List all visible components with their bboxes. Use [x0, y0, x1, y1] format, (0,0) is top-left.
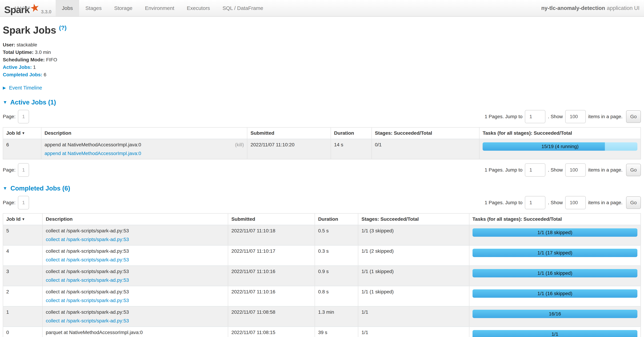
header-job-id[interactable]: Job Id▼	[3, 127, 41, 139]
job-description-link[interactable]: collect at /spark-scripts/spark-ad.py:53	[46, 318, 129, 324]
spark-version: 3.3.0	[41, 9, 52, 14]
jump-to-input[interactable]	[525, 110, 546, 123]
jump-to-input[interactable]	[525, 163, 546, 177]
help-tooltip-link[interactable]: (?)	[59, 24, 66, 31]
job-id: 6	[3, 139, 41, 159]
job-submitted: 2022/11/07 11:08:15	[228, 327, 315, 337]
summary-active-jobs: Active Jobs: 1	[3, 63, 641, 71]
job-id: 5	[3, 225, 42, 245]
job-description-link[interactable]: collect at /spark-scripts/spark-ad.py:53	[46, 298, 129, 303]
top-navbar: APACHE Spark ★ 3.3.0 Jobs Stages Storage…	[0, 0, 644, 17]
header-description[interactable]: Description	[42, 213, 228, 225]
tasks-progress-bar: 16/16	[472, 310, 638, 318]
completed-jobs-link[interactable]: Completed Jobs:	[3, 72, 42, 77]
job-stages: 1/1 (2 skipped)	[358, 245, 469, 266]
job-id: 1	[3, 307, 42, 327]
table-row: 3 collect at /spark-scripts/spark-ad.py:…	[3, 266, 641, 286]
page-label: Page:	[3, 167, 16, 173]
job-submitted: 2022/11/07 11:10:20	[247, 139, 330, 159]
job-duration: 14 s	[331, 139, 372, 159]
job-submitted: 2022/11/07 11:10:16	[228, 266, 315, 286]
completed-jobs-section-header[interactable]: ▼ Completed Jobs (6)	[3, 185, 641, 192]
job-description-link[interactable]: append at NativeMethodAccessorImpl.java:…	[44, 151, 141, 156]
event-timeline-toggle[interactable]: ▶ Event Timeline	[3, 85, 641, 91]
nav-tabs: Jobs Stages Storage Environment Executor…	[56, 0, 270, 16]
header-duration[interactable]: Duration	[315, 213, 358, 225]
job-submitted: 2022/11/07 11:10:18	[228, 225, 315, 245]
tasks-progress-label: 15/19 (4 running)	[482, 142, 638, 151]
active-jobs-section-header[interactable]: ▼ Active Jobs (1)	[3, 99, 641, 106]
job-description-link[interactable]: collect at /spark-scripts/spark-ad.py:53	[46, 237, 129, 242]
tasks-progress-label: 16/16	[472, 310, 638, 318]
show-items-input[interactable]	[565, 196, 586, 209]
header-description[interactable]: Description	[41, 127, 247, 139]
table-row: 1 collect at /spark-scripts/spark-ad.py:…	[3, 307, 641, 327]
page-number-box[interactable]: 1	[18, 163, 29, 177]
summary-uptime: Total Uptime: 3.0 min	[3, 48, 641, 56]
job-stages: 1/1 (1 skipped)	[358, 286, 469, 307]
job-duration: 0.3 s	[315, 245, 358, 266]
job-duration: 0.8 s	[315, 286, 358, 307]
items-text: items in a page.	[588, 114, 622, 119]
page-number-box[interactable]: 1	[18, 196, 29, 209]
show-items-input[interactable]	[565, 110, 586, 123]
job-description: collect at /spark-scripts/spark-ad.py:53	[46, 248, 129, 254]
completed-jobs-table: Job Id▼ Description Submitted Duration S…	[3, 213, 641, 337]
page-label: Page:	[3, 114, 16, 119]
tab-sql-dataframe[interactable]: SQL / DataFrame	[216, 0, 270, 16]
tasks-progress-bar: 1/1 (17 skipped)	[472, 249, 638, 257]
pagination-row: Page: 1 1 Pages. Jump to . Show items in…	[3, 196, 641, 209]
jump-to-input[interactable]	[525, 196, 546, 209]
job-submitted: 2022/11/07 11:08:58	[228, 307, 315, 327]
job-duration: 39 s	[315, 327, 358, 337]
spark-logo[interactable]: APACHE Spark ★ 3.3.0	[0, 0, 53, 16]
pagination-row: Page: 1 1 Pages. Jump to . Show items in…	[3, 110, 641, 123]
job-submitted: 2022/11/07 11:10:16	[228, 286, 315, 307]
tasks-progress-label: 1/1 (18 skipped)	[472, 228, 638, 237]
table-row: 5 collect at /spark-scripts/spark-ad.py:…	[3, 225, 641, 245]
go-button[interactable]: Go	[626, 196, 641, 209]
header-job-id[interactable]: Job Id▼	[3, 213, 42, 225]
job-stages: 1/1	[358, 327, 469, 337]
tasks-progress-label: 1/1	[472, 330, 638, 337]
tasks-progress-bar: 1/1 (16 skipped)	[472, 269, 638, 277]
tasks-progress-label: 1/1 (16 skipped)	[472, 269, 638, 277]
job-duration: 1.3 min	[315, 307, 358, 327]
show-items-input[interactable]	[565, 163, 586, 177]
apache-label: APACHE	[14, 6, 31, 9]
header-stages[interactable]: Stages: Succeeded/Total	[372, 127, 480, 139]
go-button[interactable]: Go	[626, 110, 641, 123]
header-tasks[interactable]: Tasks (for all stages): Succeeded/Total	[469, 213, 641, 225]
job-description: parquet at NativeMethodAccessorImpl.java…	[46, 330, 142, 335]
tab-stages[interactable]: Stages	[79, 0, 108, 16]
tab-storage[interactable]: Storage	[108, 0, 138, 16]
active-jobs-link[interactable]: Active Jobs:	[3, 64, 32, 70]
header-submitted[interactable]: Submitted	[228, 213, 315, 225]
header-stages[interactable]: Stages: Succeeded/Total	[358, 213, 469, 225]
kill-link[interactable]: (kill)	[235, 142, 244, 148]
items-text: items in a page.	[588, 167, 622, 173]
pages-jump-text: 1 Pages. Jump to	[484, 167, 522, 173]
items-text: items in a page.	[588, 200, 622, 205]
job-description-link[interactable]: collect at /spark-scripts/spark-ad.py:53	[46, 257, 129, 263]
tasks-progress-label: 1/1 (16 skipped)	[472, 289, 638, 298]
tab-environment[interactable]: Environment	[139, 0, 180, 16]
tab-executors[interactable]: Executors	[180, 0, 216, 16]
job-description-link[interactable]: collect at /spark-scripts/spark-ad.py:53	[46, 277, 129, 283]
job-stages: 0/1	[372, 139, 480, 159]
header-duration[interactable]: Duration	[331, 127, 372, 139]
table-row: 6 append at NativeMethodAccessorImpl.jav…	[3, 139, 641, 159]
page-title: Spark Jobs (?)	[3, 24, 641, 36]
header-submitted[interactable]: Submitted	[247, 127, 330, 139]
header-tasks[interactable]: Tasks (for all stages): Succeeded/Total	[479, 127, 641, 139]
spark-star-icon: ★	[29, 1, 40, 14]
pages-jump-text: 1 Pages. Jump to	[484, 200, 522, 205]
go-button[interactable]: Go	[626, 164, 641, 176]
table-row: 0 parquet at NativeMethodAccessorImpl.ja…	[3, 327, 641, 337]
page-label: Page:	[3, 200, 16, 205]
tab-jobs[interactable]: Jobs	[56, 0, 79, 16]
collapse-down-icon: ▼	[3, 186, 7, 191]
page-number-box[interactable]: 1	[18, 110, 29, 123]
tasks-progress-label: 1/1 (17 skipped)	[472, 249, 638, 257]
job-duration: 0.5 s	[315, 225, 358, 245]
